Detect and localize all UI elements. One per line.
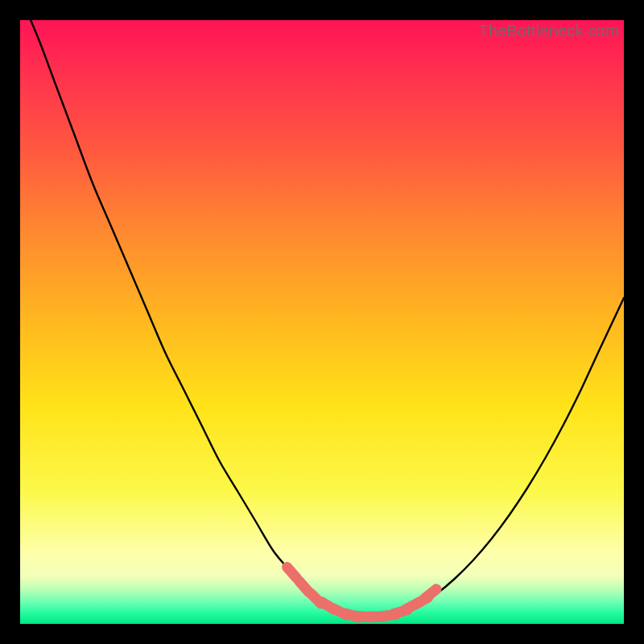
curve-layer (20, 20, 624, 624)
bottleneck-curve (20, 20, 624, 617)
frame-border: TheBottleneck.com (0, 0, 644, 644)
curve-marker (287, 567, 297, 578)
plot-area: TheBottleneck.com (20, 20, 624, 624)
curve-marker (425, 589, 436, 598)
